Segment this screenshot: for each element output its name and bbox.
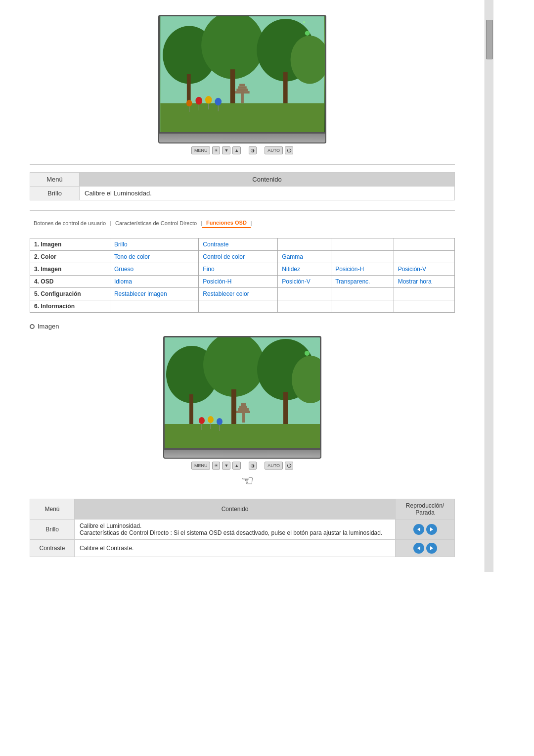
brillo-play-back[interactable] (413, 524, 424, 535)
svg-rect-10 (236, 89, 248, 91)
bottom-up-button[interactable]: ▲ (232, 462, 241, 470)
top-table-content-brillo: Calibre el Luminosidad. (80, 187, 455, 200)
osd-row6-header: 6. Información (30, 300, 110, 313)
svg-point-41 (217, 418, 222, 425)
section-circle-icon (30, 324, 35, 329)
bottom-table-content-brillo: Calibre el Luminosidad.Características d… (75, 520, 396, 540)
section-label-text: Imagen (38, 323, 59, 330)
svg-point-37 (199, 417, 205, 424)
bottom-menu-button[interactable]: MENU (191, 462, 211, 470)
bottom-monitor-bezel (163, 450, 321, 459)
svg-point-18 (215, 98, 222, 106)
osd-posicionh2-link[interactable]: Posición-H (199, 276, 278, 288)
scrollbar[interactable] (485, 0, 493, 572)
svg-marker-44 (417, 527, 420, 531)
contraste-play-controls (400, 543, 449, 554)
osd-row2-empty1 (331, 251, 394, 263)
bottom-table-content-header: Contenido (75, 499, 396, 520)
svg-point-22 (305, 31, 310, 36)
section-title: Imagen (30, 323, 455, 330)
osd-row1-header: 1. Imagen (30, 238, 110, 251)
svg-rect-12 (239, 84, 245, 87)
osd-row6-empty3 (278, 300, 331, 313)
menu-button[interactable]: MENU (191, 146, 211, 154)
top-table-row-brillo: Brillo Calibre el Luminosidad. (30, 187, 455, 200)
osd-tono-link[interactable]: Tono de color (110, 251, 198, 263)
bottom-table-menu-brillo: Brillo (30, 520, 75, 540)
bottom-monitor-controls: MENU ☀ ▼ ▲ ◑ AUTO ⏻ (191, 462, 293, 470)
bottom-table-replay-brillo (396, 520, 455, 540)
bottom-power-button[interactable]: ⏻ (285, 462, 293, 470)
osd-row2-empty2 (394, 251, 454, 263)
osd-row5-header: 5. Configuración (30, 288, 110, 300)
svg-marker-45 (430, 527, 433, 531)
osd-row6-empty5 (394, 300, 454, 313)
up-button[interactable]: ▲ (232, 146, 241, 154)
top-table-menu-header: Menú (30, 173, 80, 187)
contrast-button[interactable]: ◑ (249, 146, 257, 154)
osd-posicionv2-link[interactable]: Posición-V (278, 276, 331, 288)
svg-rect-8 (160, 103, 324, 133)
osd-restablecer-imagen-link[interactable]: Restablecer imagen (110, 288, 198, 300)
contraste-play-back[interactable] (413, 543, 424, 554)
osd-control-color-link[interactable]: Control de color (199, 251, 278, 263)
top-monitor-bezel (158, 134, 326, 143)
down-button[interactable]: ▼ (222, 146, 230, 154)
osd-mostrar-hora-link[interactable]: Mostrar hora (394, 276, 454, 288)
osd-row2-header: 2. Color (30, 251, 110, 263)
osd-table: 1. Imagen Brillo Contraste 2. Color Tono… (30, 238, 455, 313)
osd-row-2-color: 2. Color Tono de color Control de color … (30, 251, 455, 263)
osd-row-3-imagen: 3. Imagen Grueso Fino Nitidez Posición-H… (30, 263, 455, 276)
osd-fino-link[interactable]: Fino (199, 263, 278, 276)
osd-grueso-link[interactable]: Grueso (110, 263, 198, 276)
osd-posicionh-link[interactable]: Posición-H (331, 263, 394, 276)
osd-brillo-link[interactable]: Brillo (110, 238, 198, 251)
tab-osd-functions[interactable]: Funciones OSD (202, 218, 251, 228)
bottom-garden-scene (165, 337, 321, 450)
top-menu-table: Menú Contenido Brillo Calibre el Luminos… (30, 172, 455, 200)
top-monitor-wrapper: MENU ☀ ▼ ▲ ◑ AUTO ⏻ (158, 15, 326, 154)
osd-row-4-osd: 4. OSD Idioma Posición-H Posición-V Tran… (30, 276, 455, 288)
osd-row3-header: 3. Imagen (30, 263, 110, 276)
bottom-table-content-contraste: Calibre el Contraste. (75, 540, 396, 557)
svg-point-39 (208, 416, 214, 423)
scrollbar-thumb[interactable] (486, 20, 493, 59)
osd-idioma-link[interactable]: Idioma (110, 276, 198, 288)
osd-row1-empty3 (394, 238, 454, 251)
tab-direct-control[interactable]: Características de Control Directo (111, 219, 201, 228)
osd-row-6-info: 6. Información (30, 300, 455, 313)
bottom-monitor-screen (163, 336, 321, 450)
bottom-monitor-wrapper: MENU ☀ ▼ ▲ ◑ AUTO ⏻ ☜ (163, 336, 321, 489)
brightness-button[interactable]: ☀ (212, 146, 220, 154)
osd-restablecer-color-link[interactable]: Restablecer color (199, 288, 278, 300)
top-monitor-controls: MENU ☀ ▼ ▲ ◑ AUTO ⏻ (191, 146, 293, 154)
contraste-play-forward[interactable] (426, 543, 437, 554)
bottom-down-button[interactable]: ▼ (222, 462, 230, 470)
svg-marker-47 (430, 546, 433, 550)
power-button[interactable]: ⏻ (285, 146, 293, 154)
osd-gamma-link[interactable]: Gamma (278, 251, 331, 263)
svg-point-43 (305, 351, 310, 356)
svg-rect-31 (165, 424, 321, 450)
brillo-play-forward[interactable] (426, 524, 437, 535)
osd-contraste-link[interactable]: Contraste (199, 238, 278, 251)
hand-cursor-icon: ☜ (241, 472, 254, 489)
osd-transparenc-link[interactable]: Transparenc. (331, 276, 394, 288)
osd-nitidez-link[interactable]: Nitidez (278, 263, 331, 276)
tab-user-controls[interactable]: Botones de control de usuario (30, 219, 110, 228)
osd-row5-empty3 (394, 288, 454, 300)
middle-divider (30, 210, 455, 211)
svg-rect-11 (238, 86, 247, 89)
bottom-table-row-contraste: Contraste Calibre el Contraste. (30, 540, 455, 557)
nav-sep-3: | (251, 220, 252, 226)
bottom-monitor-section: MENU ☀ ▼ ▲ ◑ AUTO ⏻ ☜ (30, 336, 455, 489)
bottom-brightness-button[interactable]: ☀ (212, 462, 220, 470)
svg-rect-33 (238, 408, 249, 411)
bottom-contrast-button[interactable]: ◑ (249, 462, 257, 470)
bottom-auto-button[interactable]: AUTO (265, 462, 283, 470)
osd-row1-empty1 (278, 238, 331, 251)
auto-button[interactable]: AUTO (265, 146, 283, 154)
nav-tabs: Botones de control de usuario | Caracter… (30, 218, 455, 228)
svg-point-14 (195, 97, 202, 105)
osd-posicionv-link[interactable]: Posición-V (394, 263, 454, 276)
